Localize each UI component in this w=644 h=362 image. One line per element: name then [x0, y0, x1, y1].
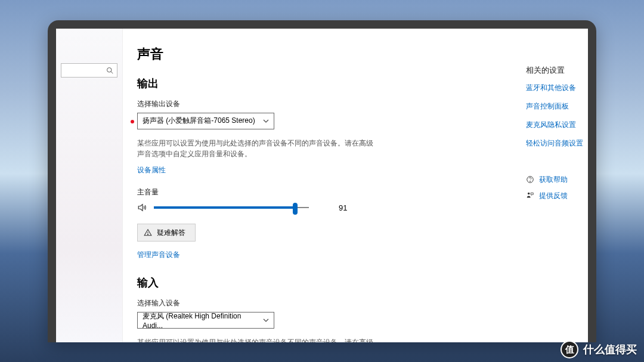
get-help-label: 获取帮助: [539, 175, 568, 185]
master-volume-label: 主音量: [137, 187, 526, 197]
input-device-dropdown[interactable]: 麦克风 (Realtek High Definition Audi...: [137, 312, 274, 329]
chevron-down-icon: [263, 118, 269, 124]
screen: 声音 输出 选择输出设备 扬声器 (小爱触屏音箱-7065 Stereo) 某些…: [56, 29, 588, 342]
volume-row: 91: [137, 202, 526, 213]
troubleshoot-button[interactable]: 疑难解答: [137, 224, 196, 242]
slider-thumb[interactable]: [293, 203, 298, 215]
related-link-ease-audio[interactable]: 轻松访问音频设置: [526, 138, 588, 148]
volume-slider[interactable]: [154, 207, 309, 208]
output-description: 某些应用可以设置为使用与此处选择的声音设备不同的声音设备。请在高级声音选项中自定…: [137, 138, 376, 160]
get-help-link[interactable]: 获取帮助: [526, 175, 588, 185]
svg-point-6: [528, 193, 530, 195]
related-link-bluetooth[interactable]: 蓝牙和其他设备: [526, 83, 588, 93]
manage-sound-devices-link[interactable]: 管理声音设备: [137, 250, 180, 260]
svg-point-5: [530, 181, 531, 181]
page-title: 声音: [137, 45, 526, 63]
svg-point-0: [107, 67, 112, 72]
related-link-sound-panel[interactable]: 声音控制面板: [526, 101, 588, 112]
output-heading: 输出: [137, 76, 526, 91]
output-device-label: 选择输出设备: [137, 99, 526, 109]
related-settings-panel: 相关的设置 蓝牙和其他设备 声音控制面板 麦克风隐私设置 轻松访问音频设置 获取…: [526, 29, 588, 342]
input-device-label: 选择输入设备: [137, 298, 526, 308]
feedback-icon: [526, 191, 534, 200]
chevron-down-icon: [263, 317, 269, 323]
search-input[interactable]: [61, 63, 117, 78]
output-device-selected: 扬声器 (小爱触屏音箱-7065 Stereo): [143, 116, 255, 126]
output-device-properties-link[interactable]: 设备属性: [137, 165, 166, 175]
watermark-logo-icon: 值: [561, 341, 578, 358]
svg-line-1: [111, 72, 113, 73]
troubleshoot-label: 疑难解答: [157, 228, 185, 238]
give-feedback-label: 提供反馈: [539, 191, 568, 201]
related-link-mic-privacy[interactable]: 麦克风隐私设置: [526, 120, 588, 130]
input-device-selected: 麦克风 (Realtek High Definition Audi...: [143, 311, 263, 330]
watermark-text: 什么值得买: [583, 342, 637, 357]
give-feedback-link[interactable]: 提供反馈: [526, 191, 588, 201]
alert-dot-icon: [131, 120, 134, 123]
input-heading: 输入: [137, 276, 526, 290]
slider-fill: [154, 206, 295, 209]
related-heading: 相关的设置: [526, 66, 588, 76]
output-device-dropdown[interactable]: 扬声器 (小爱触屏音箱-7065 Stereo): [137, 113, 274, 129]
help-icon: [526, 175, 534, 184]
main-content: 声音 输出 选择输出设备 扬声器 (小爱触屏音箱-7065 Stereo) 某些…: [123, 29, 526, 342]
warning-icon: [144, 228, 152, 237]
input-description: 某些应用可以设置为使用与此处选择的声音设备不同的声音设备。请在高级声音选项中自定…: [137, 337, 376, 342]
watermark: 值 什么值得买: [561, 341, 637, 358]
volume-value: 91: [339, 203, 347, 212]
settings-sidebar: [56, 29, 123, 342]
search-icon: [106, 67, 113, 74]
laptop-frame: 声音 输出 选择输出设备 扬声器 (小爱触屏音箱-7065 Stereo) 某些…: [48, 20, 596, 342]
speaker-icon: [137, 202, 148, 213]
svg-point-3: [148, 234, 148, 235]
